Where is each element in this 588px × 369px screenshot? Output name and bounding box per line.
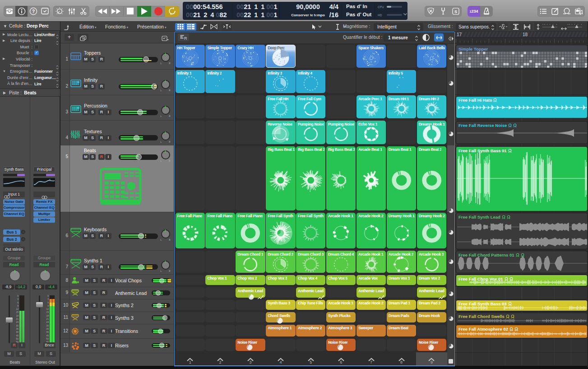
svg-text:?: ?	[32, 9, 35, 14]
svg-text:S: S	[454, 9, 457, 14]
